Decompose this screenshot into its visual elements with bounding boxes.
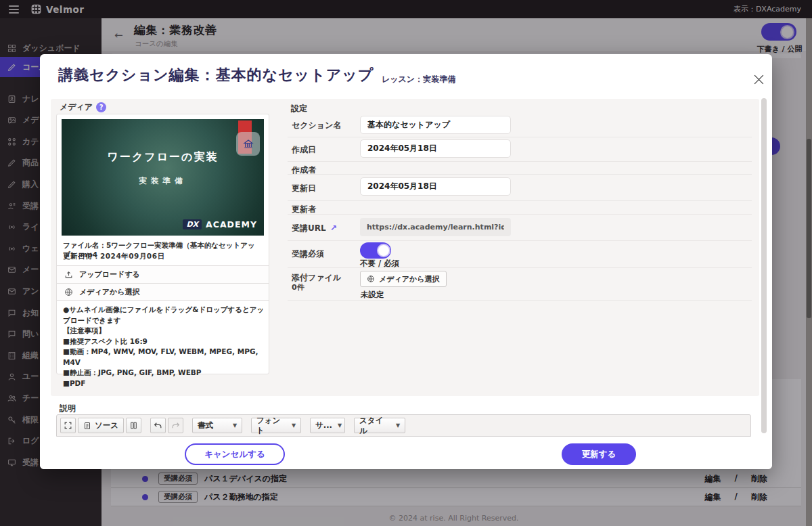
description-section-label: 説明 bbox=[60, 403, 76, 414]
required-label: 受講必須 bbox=[292, 248, 324, 260]
modal-scrollbar[interactable] bbox=[761, 98, 767, 433]
chevron-down-icon: ▼ bbox=[292, 422, 296, 429]
upload-button-label: アップロードする bbox=[79, 269, 140, 280]
attachments-status: 未設定 bbox=[361, 290, 384, 300]
maximize-icon[interactable] bbox=[60, 418, 76, 433]
note-line: ■推奨アスペクト比 16:9 bbox=[63, 336, 265, 347]
style-dropdown[interactable]: スタイル▼ bbox=[354, 418, 405, 433]
font-dropdown-label: フォント bbox=[256, 416, 286, 436]
chevron-down-icon: ▼ bbox=[233, 422, 237, 429]
note-line: ●サムネイル画像にファイルをドラッグ&ドロップするとアップロードできます bbox=[63, 305, 265, 326]
media-label-text: メディア bbox=[60, 102, 93, 113]
close-icon[interactable] bbox=[750, 70, 767, 88]
attachment-select-label: メディアから選択 bbox=[379, 274, 440, 284]
source-button[interactable]: ソース bbox=[78, 418, 124, 433]
updated-date-label: 更新日 bbox=[292, 183, 316, 194]
course-url-label-text: 受講URL bbox=[292, 223, 326, 233]
editor-toolbar: ソース 書式▼ フォント▼ サ...▼ bbox=[56, 414, 751, 437]
size-dropdown-label: サ... bbox=[315, 420, 332, 431]
section-name-label: セクション名 bbox=[292, 120, 341, 131]
attachments-count: 0件 bbox=[292, 282, 304, 292]
source-button-label: ソース bbox=[95, 420, 118, 431]
format-dropdown-label: 書式 bbox=[198, 420, 213, 431]
settings-section-label: 設定 bbox=[291, 103, 307, 114]
note-line: 【注意事項】 bbox=[63, 326, 265, 336]
updated-date-input[interactable] bbox=[360, 177, 511, 196]
upload-button[interactable]: アップロードする bbox=[57, 265, 269, 283]
style-dropdown-label: スタイル bbox=[359, 416, 390, 436]
created-date-label: 作成日 bbox=[292, 144, 316, 156]
templates-icon[interactable] bbox=[126, 418, 141, 433]
app: Velmor 表示：DXAcademy ダッシュボードコース管理ナレメデカテ商品… bbox=[0, 0, 812, 526]
scrollbar-thumb[interactable] bbox=[807, 139, 811, 318]
cancel-button[interactable]: キャンセルする bbox=[185, 443, 285, 465]
academy-logo-text: ACADEMY bbox=[206, 219, 257, 229]
video-title: ワークフローの実装 bbox=[62, 150, 264, 165]
file-updated-date: 更新日付：2024年09月06日 bbox=[63, 252, 164, 261]
video-thumbnail[interactable]: ワークフローの実装 実装準備 DX ACADEMY bbox=[62, 119, 264, 236]
video-brand: DX ACADEMY bbox=[183, 219, 257, 229]
note-line: ■動画：MP4, WMV, MOV, FLV, WEBM, MPEG, MPG,… bbox=[63, 347, 265, 368]
section-name-input[interactable] bbox=[360, 116, 511, 134]
lesson-label: レッスン：実装準備 bbox=[382, 74, 455, 85]
undo-icon[interactable] bbox=[150, 418, 166, 433]
required-toggle[interactable] bbox=[360, 242, 391, 259]
attachment-select-button[interactable]: メディアから選択 bbox=[360, 271, 447, 287]
size-dropdown[interactable]: サ...▼ bbox=[310, 418, 345, 433]
select-button-label: メディアから選択 bbox=[79, 287, 140, 297]
external-link-icon[interactable]: ↗ bbox=[330, 223, 337, 233]
format-dropdown[interactable]: 書式▼ bbox=[192, 418, 242, 433]
dx-logo: DX bbox=[183, 219, 202, 229]
media-notes: ●サムネイル画像にファイルをドラッグ&ドロップするとアップロードできます 【注意… bbox=[63, 305, 265, 389]
note-line: ■PDF bbox=[63, 378, 265, 389]
modal-footer: キャンセルする 更新する bbox=[40, 438, 772, 469]
help-icon[interactable]: ? bbox=[96, 102, 106, 112]
edit-section-modal: 講義セクション編集：基本的なセットアップ レッスン：実装準備 メディア ? ワー… bbox=[40, 54, 772, 469]
course-url-label: 受講URL↗ bbox=[292, 223, 337, 234]
media-card: ワークフローの実装 実装準備 DX ACADEMY ファイル名：5ワークフロー実… bbox=[56, 114, 269, 374]
note-line: ■静止画：JPG, PNG, GIF, BMP, WEBP bbox=[63, 368, 265, 378]
chevron-down-icon: ▼ bbox=[396, 422, 400, 429]
browser-scrollbar[interactable] bbox=[806, 18, 812, 526]
media-section-label: メディア ? bbox=[60, 102, 106, 113]
chevron-down-icon: ▼ bbox=[338, 422, 342, 429]
modal-title: 講義セクション編集：基本的なセットアップ bbox=[58, 65, 374, 85]
video-subtitle: 実装準備 bbox=[62, 176, 264, 186]
redo-icon[interactable] bbox=[168, 418, 183, 433]
created-date-input[interactable] bbox=[360, 139, 511, 158]
course-url-input[interactable] bbox=[360, 218, 511, 236]
update-button[interactable]: 更新する bbox=[562, 443, 636, 465]
font-dropdown[interactable]: フォント▼ bbox=[251, 418, 301, 433]
select-from-media-button[interactable]: メディアから選択 bbox=[57, 283, 269, 301]
